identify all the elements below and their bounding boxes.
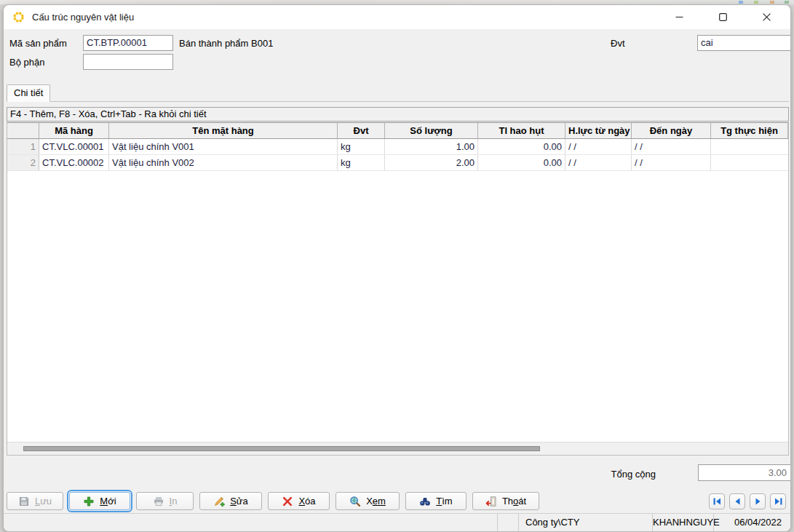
- status-panel-spacer: [497, 514, 518, 531]
- exit-button[interactable]: Thoát: [472, 492, 539, 510]
- status-bar: Công ty\CTY KHANHNGUYE 06/04/2022: [4, 513, 790, 531]
- toolbar: Lưu Mới In Sửa Xóa: [7, 491, 789, 511]
- add-icon: [83, 496, 95, 507]
- nav-first-button[interactable]: [709, 493, 725, 509]
- col-header-dvt[interactable]: Đvt: [338, 123, 385, 138]
- status-user: KHANHNGUYE: [652, 514, 713, 531]
- cell-ma-hang[interactable]: CT.VLC.00001: [39, 139, 109, 154]
- col-header-hieu-luc-tu-ngay[interactable]: H.lực từ ngày: [565, 123, 632, 138]
- row-number: 2: [7, 155, 39, 170]
- nav-previous-button[interactable]: [729, 493, 745, 509]
- scrollbar-thumb[interactable]: [23, 446, 540, 451]
- app-icon: [12, 11, 25, 23]
- uom-label: Đvt: [611, 37, 625, 50]
- nav-last-button[interactable]: [770, 493, 786, 509]
- total-label: Tổng cộng: [568, 469, 656, 480]
- col-header-den-ngay[interactable]: Đến ngày: [632, 123, 711, 138]
- edit-icon: [213, 496, 225, 507]
- grid-header-row: Mã hàng Tên mặt hàng Đvt Số lượng Tl hao…: [7, 123, 788, 139]
- close-button[interactable]: [750, 7, 783, 28]
- nav-next-button[interactable]: [750, 493, 766, 509]
- window-controls: [662, 7, 783, 28]
- save-button[interactable]: Lưu: [7, 492, 63, 510]
- cell-tl-hao-hut[interactable]: 0.00: [478, 139, 565, 154]
- department-label: Bộ phận: [9, 56, 44, 69]
- cell-tl-hao-hut[interactable]: 0.00: [478, 155, 565, 170]
- cell-ma-hang[interactable]: CT.VLC.00002: [39, 155, 109, 170]
- total-field: 3.00: [698, 464, 791, 481]
- maximize-button[interactable]: [706, 7, 739, 28]
- minimize-button[interactable]: [662, 7, 696, 28]
- record-navigator: [709, 493, 786, 509]
- app-window: Cấu trúc nguyên vật liệu Mã sản phẩm CT.…: [3, 4, 791, 532]
- cell-so-luong[interactable]: 2.00: [385, 155, 478, 170]
- col-header-so-luong[interactable]: Số lượng: [385, 123, 478, 138]
- grid-empty-area: [7, 171, 788, 442]
- table-row[interactable]: 1 CT.VLC.00001 Vật liệu chính V001 kg 1.…: [7, 139, 788, 155]
- status-company: Công ty\CTY: [518, 514, 652, 531]
- exit-icon: [485, 496, 497, 507]
- cell-hieu-luc-tu-ngay[interactable]: / /: [565, 155, 632, 170]
- department-input[interactable]: [83, 54, 173, 70]
- cell-den-ngay[interactable]: / /: [632, 155, 711, 170]
- status-panel-empty: [4, 514, 497, 531]
- grid-corner-cell: [7, 123, 39, 138]
- cell-hieu-luc-tu-ngay[interactable]: / /: [565, 139, 632, 154]
- detail-grid: Mã hàng Tên mặt hàng Đvt Số lượng Tl hao…: [7, 122, 789, 456]
- find-button[interactable]: Tìm: [405, 492, 467, 510]
- col-header-ten-mat-hang[interactable]: Tên mặt hàng: [109, 123, 338, 138]
- cell-so-luong[interactable]: 1.00: [385, 139, 478, 154]
- cell-ten-mat-hang[interactable]: Vật liệu chính V002: [109, 155, 338, 170]
- window-title: Cấu trúc nguyên vật liệu: [32, 12, 134, 23]
- cell-den-ngay[interactable]: / /: [632, 139, 711, 154]
- product-code-label: Mã sản phẩm: [9, 37, 67, 50]
- tab-chi-tiet[interactable]: Chi tiết: [7, 84, 50, 102]
- cell-tg-thuc-hien[interactable]: [711, 139, 788, 154]
- print-button[interactable]: In: [136, 492, 194, 510]
- delete-icon: [282, 496, 293, 507]
- find-icon: [419, 496, 431, 507]
- cell-ten-mat-hang[interactable]: Vật liệu chính V001: [109, 139, 338, 154]
- table-row[interactable]: 2 CT.VLC.00002 Vật liệu chính V002 kg 2.…: [7, 155, 788, 171]
- col-header-tg-thuc-hien[interactable]: Tg thực hiện: [711, 123, 788, 138]
- cell-dvt[interactable]: kg: [338, 155, 385, 170]
- titlebar[interactable]: Cấu trúc nguyên vật liệu: [4, 5, 790, 29]
- col-header-tl-hao-hut[interactable]: Tl hao hụt: [478, 123, 565, 138]
- view-button[interactable]: Xem: [336, 492, 400, 510]
- delete-button[interactable]: Xóa: [268, 492, 330, 510]
- save-icon: [18, 496, 30, 507]
- cell-tg-thuc-hien[interactable]: [711, 155, 788, 170]
- new-button[interactable]: Mới: [69, 492, 130, 510]
- status-date: 06/04/2022: [713, 514, 790, 531]
- print-icon: [153, 496, 164, 507]
- row-number: 1: [7, 139, 39, 154]
- tabstrip: Chi tiết: [7, 84, 789, 102]
- hotkey-hint-bar: F4 - Thêm, F8 - Xóa, Ctrl+Tab - Ra khỏi …: [7, 107, 789, 122]
- uom-input[interactable]: cai: [697, 35, 791, 51]
- product-code-input[interactable]: CT.BTP.00001: [83, 35, 173, 51]
- edit-button[interactable]: Sửa: [199, 492, 262, 510]
- cell-dvt[interactable]: kg: [338, 139, 385, 154]
- col-header-ma-hang[interactable]: Mã hàng: [39, 123, 109, 138]
- product-name-label: Bán thành phẩm B001: [179, 37, 273, 50]
- view-icon: [349, 496, 361, 507]
- horizontal-scrollbar[interactable]: [7, 442, 788, 455]
